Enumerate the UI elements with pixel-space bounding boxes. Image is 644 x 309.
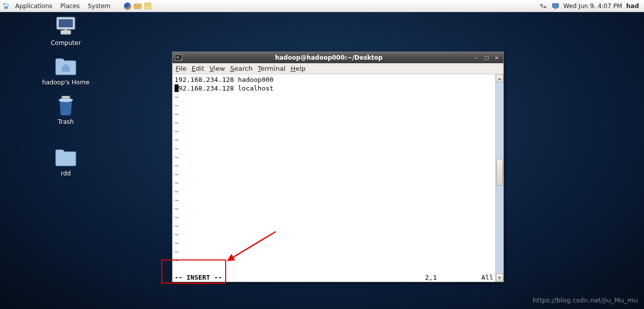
network-icon[interactable] (539, 2, 547, 10)
desktop-label: hadoop's Home (40, 79, 91, 86)
window-title: hadoop@hadoop000:~/Desktop (186, 54, 472, 61)
menu-file[interactable]: File (176, 65, 187, 72)
svg-point-0 (3, 3, 5, 5)
firefox-icon[interactable] (123, 2, 132, 10)
desktop-icon-home[interactable]: hadoop's Home (40, 55, 91, 86)
desktop-icons: Computer hadoop's Home Trash rdd (40, 15, 91, 177)
terminal-window: >_ hadoop@hadoop000:~/Desktop ─ □ ✕ File… (172, 52, 504, 282)
menu-terminal[interactable]: Terminal (258, 65, 286, 72)
terminal-body: 192.168.234.128 hadoop000 192.168.234.12… (173, 74, 503, 282)
svg-rect-12 (554, 8, 556, 9)
computer-icon (54, 15, 78, 37)
desktop-label: Computer (40, 39, 91, 47)
svg-rect-18 (62, 96, 70, 98)
scroll-thumb[interactable] (496, 159, 503, 186)
menu-applications[interactable]: Applications (12, 2, 55, 11)
maximize-button[interactable]: □ (482, 54, 491, 62)
menu-edit[interactable]: Edit (192, 65, 204, 72)
svg-rect-14 (59, 19, 73, 27)
user-label[interactable]: had (626, 3, 639, 10)
panel-right: Wed Jun 9, 4:07 PM had (539, 2, 642, 10)
svg-text:>_: >_ (176, 55, 182, 60)
menu-places[interactable]: Places (57, 2, 82, 11)
top-panel: Applications Places System Wed Jun 9, 4:… (0, 0, 644, 12)
scroll-down-button[interactable]: ▾ (496, 274, 503, 282)
svg-rect-5 (134, 4, 141, 9)
window-buttons: ─ □ ✕ (472, 54, 501, 62)
svg-rect-11 (552, 4, 559, 8)
svg-rect-15 (61, 30, 71, 34)
menu-search[interactable]: Search (230, 65, 253, 72)
home-folder-icon (54, 55, 78, 77)
folder-icon (54, 146, 78, 168)
scroll-track[interactable] (496, 82, 503, 274)
desktop-label: Trash (40, 118, 91, 125)
panel-left: Applications Places System (2, 2, 152, 11)
desktop-icon-computer[interactable]: Computer (40, 15, 91, 47)
desktop-icon-trash[interactable]: Trash (40, 94, 91, 125)
minimize-button[interactable]: ─ (472, 54, 481, 62)
clock[interactable]: Wed Jun 9, 4:07 PM (564, 3, 622, 10)
svg-rect-16 (64, 29, 68, 31)
scrollbar-vertical[interactable]: ▴ ▾ (495, 74, 503, 282)
trash-icon (54, 94, 78, 116)
svg-point-1 (6, 3, 8, 4)
desktop-label: rdd (40, 170, 91, 177)
watermark: https://blog.csdn.net/jiu_Mu_mu (533, 296, 638, 304)
desktop-icon-folder-rdd[interactable]: rdd (40, 146, 91, 177)
menu-system[interactable]: System (84, 2, 113, 11)
titlebar[interactable]: >_ hadoop@hadoop000:~/Desktop ─ □ ✕ (173, 52, 503, 63)
svg-rect-9 (540, 4, 543, 6)
menubar: File Edit View Search Terminal Help (173, 63, 503, 74)
terminal-icon: >_ (175, 54, 183, 62)
menu-help[interactable]: Help (290, 65, 306, 72)
monitor-icon[interactable] (551, 2, 560, 10)
svg-point-3 (4, 6, 8, 9)
terminal-text[interactable]: 192.168.234.128 hadoop000 192.168.234.12… (173, 74, 495, 282)
svg-point-17 (59, 98, 73, 102)
gnome-foot-icon (2, 2, 10, 10)
mail-icon[interactable] (134, 2, 142, 10)
close-button[interactable]: ✕ (492, 54, 501, 62)
scroll-up-button[interactable]: ▴ (496, 74, 503, 82)
menu-view[interactable]: View (209, 65, 225, 72)
svg-point-2 (8, 4, 9, 6)
notes-icon[interactable] (144, 2, 152, 10)
